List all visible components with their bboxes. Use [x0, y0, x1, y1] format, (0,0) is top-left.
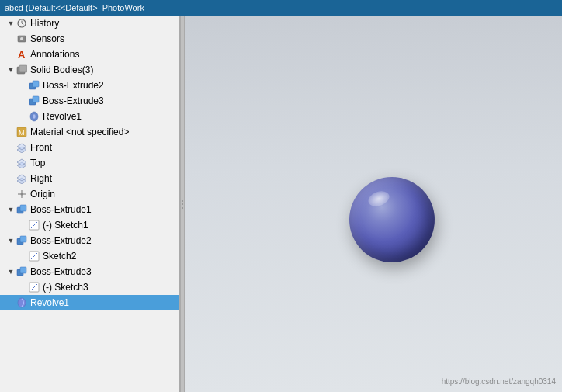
tree-label-boss-extrude3: Boss-Extrude3	[30, 266, 179, 277]
3d-viewport: https://blog.csdn.net/zangqh0314	[185, 16, 562, 392]
tree-label-sensors: Sensors	[30, 33, 179, 44]
tree-item-boss-extrude3[interactable]: ▼Boss-Extrude3	[0, 264, 179, 279]
svg-point-11	[33, 114, 36, 119]
tree-item-origin[interactable]: Origin	[0, 186, 179, 202]
tree-expander-boss-extrude1[interactable]: ▼	[6, 206, 16, 213]
tree-icon-right	[16, 172, 28, 185]
tree-item-sketch3[interactable]: (-) Sketch3	[0, 279, 179, 295]
tree-icon-solid-bodies	[16, 64, 28, 76]
title-text: abcd (Default<<Default>_PhotoWork	[5, 3, 144, 12]
sphere-container	[349, 177, 435, 262]
tree-label-right: Right	[30, 173, 179, 184]
tree-icon-boss-extrude1	[16, 203, 28, 216]
tree-icon-revolve1-body	[28, 110, 40, 123]
tree-icon-origin	[16, 188, 28, 200]
tree-item-sketch2[interactable]: Sketch2	[0, 248, 179, 264]
tree-label-material: Material <not specified>	[30, 127, 179, 137]
tree-item-history[interactable]: ▼History	[0, 16, 179, 31]
tree-expander-boss-extrude3[interactable]: ▼	[6, 268, 16, 276]
tree-icon-front	[16, 141, 28, 154]
3d-sphere	[349, 177, 435, 262]
svg-rect-5	[19, 65, 27, 72]
svg-rect-32	[20, 267, 26, 273]
tree-expander-history[interactable]: ▼	[6, 19, 16, 27]
tree-expander-boss-extrude2[interactable]: ▼	[6, 237, 16, 245]
tree-icon-revolve1	[16, 297, 28, 309]
main-area: ▼HistorySensorsAAnnotations▼Solid Bodies…	[0, 16, 562, 392]
tree-icon-sketch1	[28, 219, 40, 231]
tree-icon-boss-extrude2	[16, 234, 28, 247]
tree-item-annotations[interactable]: AAnnotations	[0, 47, 179, 62]
tree-item-revolve1-body[interactable]: Revolve1	[0, 109, 179, 124]
svg-rect-9	[33, 96, 39, 102]
watermark: https://blog.csdn.net/zangqh0314	[442, 377, 556, 386]
tree-item-front[interactable]: Front	[0, 140, 179, 155]
titlebar: abcd (Default<<Default>_PhotoWork	[0, 0, 562, 16]
tree-item-boss-extrude3-body[interactable]: Boss-Extrude3	[0, 93, 179, 109]
svg-point-22	[21, 193, 23, 196]
svg-text:M: M	[19, 129, 25, 137]
tree-item-right[interactable]: Right	[0, 171, 179, 186]
tree-icon-annotations: A	[16, 48, 28, 61]
tree-item-boss-extrude1[interactable]: ▼Boss-Extrude1	[0, 202, 179, 217]
tree-label-front: Front	[30, 142, 179, 153]
tree-label-history: History	[30, 18, 179, 29]
tree-label-sketch1: (-) Sketch1	[43, 220, 179, 231]
tree-label-boss-extrude2: Boss-Extrude2	[30, 235, 179, 246]
tree-item-boss-extrude2[interactable]: ▼Boss-Extrude2	[0, 233, 179, 248]
tree-label-annotations: Annotations	[30, 49, 179, 60]
tree-icon-boss-extrude3-body	[28, 95, 40, 107]
tree-icon-boss-extrude3	[16, 265, 28, 278]
svg-rect-28	[20, 236, 26, 242]
tree-icon-sketch3	[28, 281, 40, 293]
tree-item-boss-extrude2-body[interactable]: Boss-Extrude2	[0, 78, 179, 93]
feature-tree-panel[interactable]: ▼HistorySensorsAAnnotations▼Solid Bodies…	[0, 16, 180, 392]
tree-icon-history	[16, 17, 28, 29]
tree-label-top: Top	[30, 158, 179, 168]
tree-label-revolve1-body: Revolve1	[43, 111, 179, 122]
tree-label-sketch2: Sketch2	[43, 251, 179, 262]
tree-label-boss-extrude2-body: Boss-Extrude2	[43, 80, 179, 91]
svg-text:A: A	[18, 49, 26, 60]
tree-label-solid-bodies: Solid Bodies(3)	[30, 64, 179, 75]
tree-expander-solid-bodies[interactable]: ▼	[6, 66, 16, 74]
tree-label-origin: Origin	[30, 189, 179, 199]
tree-label-sketch3: (-) Sketch3	[43, 282, 179, 293]
tree-label-boss-extrude1: Boss-Extrude1	[30, 204, 179, 215]
tree-item-sketch1[interactable]: (-) Sketch1	[0, 217, 179, 233]
tree-item-top[interactable]: Top	[0, 155, 179, 171]
svg-rect-24	[20, 205, 26, 211]
tree-icon-sketch2	[28, 250, 40, 262]
tree-item-sensors[interactable]: Sensors	[0, 31, 179, 47]
tree-icon-sensors	[16, 33, 28, 45]
tree-icon-material: M	[16, 126, 28, 138]
tree-icon-top	[16, 157, 28, 169]
tree-label-boss-extrude3-body: Boss-Extrude3	[43, 95, 179, 106]
tree-icon-boss-extrude2-body	[28, 79, 40, 92]
tree-item-material[interactable]: MMaterial <not specified>	[0, 124, 179, 140]
tree-label-revolve1: Revolve1	[30, 297, 179, 308]
svg-point-2	[20, 37, 23, 40]
tree-item-solid-bodies[interactable]: ▼Solid Bodies(3)	[0, 62, 179, 78]
svg-rect-7	[33, 81, 39, 87]
tree-item-revolve1[interactable]: Revolve1	[0, 295, 179, 310]
